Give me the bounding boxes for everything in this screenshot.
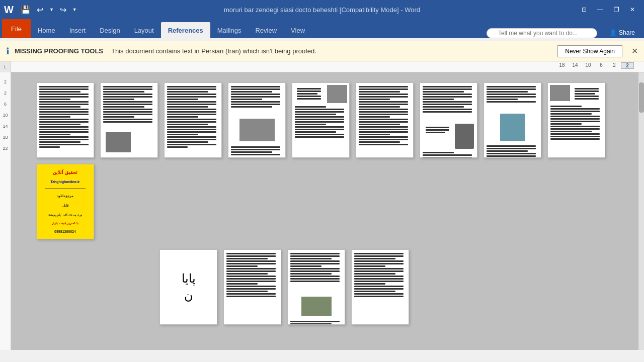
tab-layout[interactable]: Layout (127, 22, 161, 38)
page-thumbnail-8[interactable] (484, 82, 541, 158)
text-line (231, 149, 280, 150)
tab-references[interactable]: References (161, 22, 210, 38)
tab-view[interactable]: View (284, 22, 312, 38)
text-line (231, 88, 280, 90)
page-thumbnail-1[interactable] (36, 82, 94, 158)
text-line (39, 144, 89, 145)
text-line (423, 86, 472, 87)
text-line (295, 114, 336, 115)
scrollbar-thumb[interactable] (639, 82, 644, 113)
page-thumbnail-paian[interactable]: پایا ن (159, 249, 217, 325)
text-line (550, 106, 582, 107)
never-show-again-button[interactable]: Never Show Again (557, 45, 622, 57)
text-line (39, 131, 89, 133)
text-line (359, 119, 408, 120)
ribbon-tabs: File Home Insert Design Layout Reference… (0, 19, 644, 38)
page-thumbnail-13[interactable] (287, 249, 345, 325)
save-button[interactable]: 💾 (19, 4, 33, 16)
page-thumbnail-4[interactable] (228, 82, 286, 158)
close-button[interactable]: ✕ (625, 3, 640, 17)
text-line (231, 101, 280, 103)
text-line (297, 96, 321, 97)
text-line (167, 144, 216, 145)
text-line (359, 111, 408, 113)
text-line (487, 153, 536, 154)
ribbon-display-button[interactable]: ⊡ (577, 3, 592, 17)
text-line (359, 106, 400, 108)
text-line (295, 121, 344, 123)
redo-button[interactable]: ↪ (58, 4, 68, 16)
page-thumbnail-7[interactable] (420, 82, 477, 158)
text-line (354, 278, 404, 280)
text-line (226, 253, 276, 254)
main-area: 2 2 6 10 14 18 22 (0, 72, 644, 350)
text-line (39, 101, 89, 103)
share-button[interactable]: 👤 Share (602, 27, 642, 38)
page-thumbnail-2[interactable] (100, 82, 158, 158)
text-line (487, 94, 536, 95)
page-thumbnail-12[interactable] (223, 249, 281, 325)
page-image (106, 132, 131, 152)
maximize-button[interactable]: ❐ (609, 3, 624, 17)
text-line (231, 154, 280, 155)
text-line (426, 132, 445, 133)
text-line (39, 139, 89, 140)
text-line (359, 99, 390, 100)
notification-title: MISSING PROOFING TOOLS (15, 47, 103, 55)
tab-design[interactable]: Design (93, 22, 127, 38)
info-icon: ℹ (6, 46, 10, 57)
page-thumbnail-5[interactable] (292, 82, 350, 158)
tell-me-input[interactable] (487, 28, 597, 38)
text-line (290, 321, 340, 322)
text-line (167, 136, 216, 138)
text-line (423, 157, 472, 158)
text-line (167, 134, 198, 135)
ribbon: File Home Insert Design Layout Reference… (0, 19, 644, 41)
text-line (226, 263, 276, 264)
ad-line4: ورد-پی دی اف - پاورپوینت (48, 213, 83, 216)
text-line (359, 116, 390, 118)
text-line (290, 323, 332, 325)
text-line (550, 118, 600, 120)
text-line (575, 98, 599, 100)
text-line (359, 114, 408, 115)
text-line (290, 281, 340, 282)
canvas-area[interactable]: تحقیق آنلاین Tahghighonline.ir مرجع دانل… (11, 72, 638, 350)
text-line (226, 273, 268, 275)
text-line (290, 258, 332, 259)
notification-close-button[interactable]: ✕ (631, 46, 638, 56)
page-thumbnail-14[interactable] (351, 249, 409, 325)
minimize-button[interactable]: — (593, 3, 608, 17)
tab-file[interactable]: File (2, 19, 31, 38)
tab-home[interactable]: Home (31, 22, 62, 38)
text-line (103, 114, 152, 115)
text-line (295, 129, 344, 130)
text-line (39, 86, 89, 87)
text-line (297, 98, 321, 100)
text-line (167, 111, 216, 113)
text-line (487, 150, 528, 152)
page-thumbnail-6[interactable] (356, 82, 414, 158)
vertical-scrollbar[interactable] (638, 72, 644, 350)
text-line (354, 265, 385, 267)
text-line (295, 111, 344, 113)
tab-mailings[interactable]: Mailings (210, 22, 249, 38)
text-line (231, 106, 272, 108)
page-thumbnail-10[interactable]: تحقیق آنلاین Tahghighonline.ir مرجع دانل… (36, 164, 94, 239)
title-bar-left: W 💾 ↩ ▼ ↪ ▼ (4, 4, 79, 16)
undo-button[interactable]: ↩ (35, 4, 45, 16)
undo-dropdown[interactable]: ▼ (47, 6, 56, 14)
text-line (354, 288, 404, 290)
tab-insert[interactable]: Insert (62, 22, 93, 38)
text-line (295, 126, 344, 128)
text-line (39, 109, 89, 110)
tab-review[interactable]: Review (248, 22, 284, 38)
qat-more[interactable]: ▼ (70, 6, 79, 14)
text-line (423, 111, 472, 113)
text-line (426, 129, 449, 131)
text-line (226, 255, 276, 257)
page-thumbnail-3[interactable] (164, 82, 222, 158)
pages-row2: پایا ن (21, 244, 628, 330)
page-thumbnail-9[interactable] (547, 82, 605, 158)
text-line (297, 90, 321, 92)
